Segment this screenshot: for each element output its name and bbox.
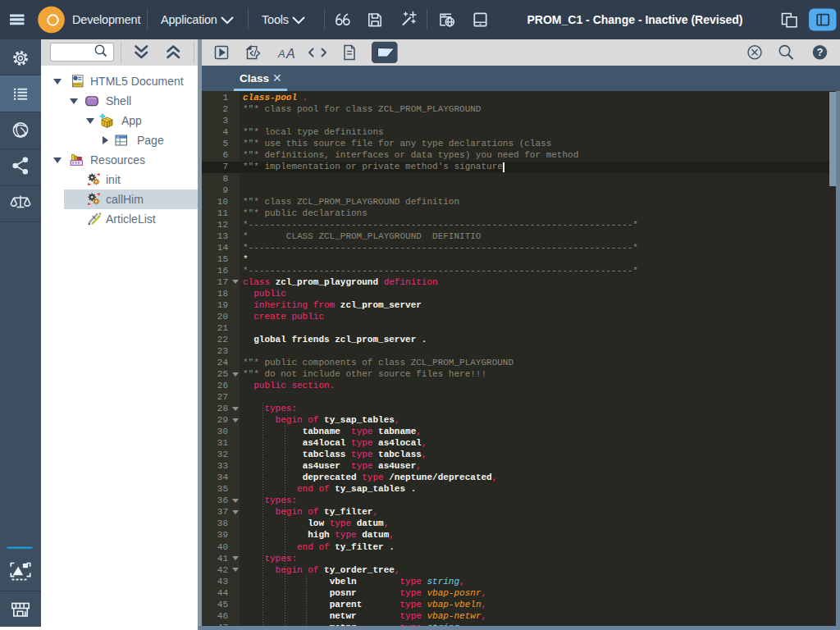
svg-text:?: ?: [817, 47, 824, 58]
svg-text:A: A: [277, 48, 285, 60]
svg-text:A: A: [285, 47, 295, 61]
